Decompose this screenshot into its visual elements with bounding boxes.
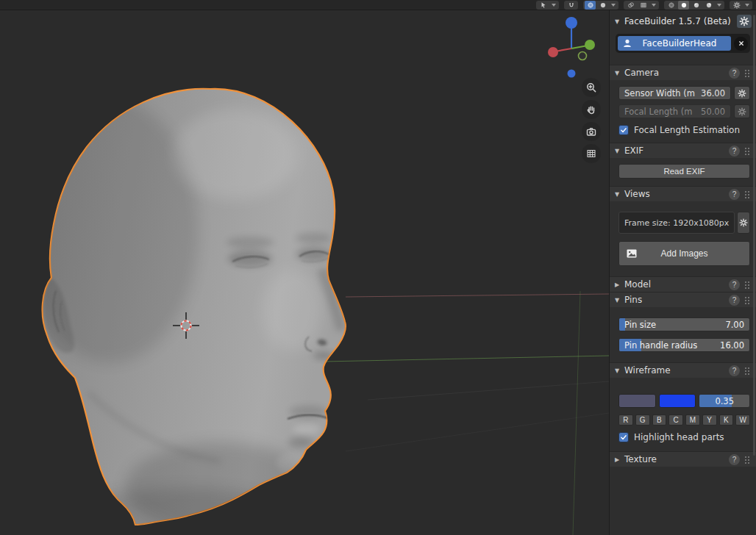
- preset-b-button[interactable]: B: [652, 414, 667, 426]
- proportional-group[interactable]: [583, 1, 618, 10]
- focal-length-value: 50.00: [701, 107, 725, 117]
- ortho-toggle-button[interactable]: [582, 144, 601, 163]
- grip-icon[interactable]: [745, 456, 750, 464]
- help-icon[interactable]: ?: [729, 295, 740, 306]
- shading-wireframe-icon[interactable]: [666, 1, 677, 10]
- grip-icon[interactable]: [745, 69, 750, 77]
- sidebar-scrollbar[interactable]: [753, 15, 755, 456]
- exif-section-header[interactable]: ▼ EXIF ?: [610, 143, 756, 158]
- camera-section-header[interactable]: ▼ Camera ?: [610, 65, 756, 80]
- frame-size-box: Frame size: 1920x1080px: [618, 212, 735, 234]
- options-gear-icon[interactable]: [731, 1, 742, 10]
- viewport-header: [0, 0, 756, 10]
- sensor-width-button[interactable]: Sensor Width (m 36.00: [618, 86, 731, 100]
- head-model[interactable]: [22, 89, 346, 535]
- help-icon[interactable]: ?: [729, 146, 740, 157]
- sensor-settings-button[interactable]: [734, 86, 750, 100]
- preset-w-button[interactable]: W: [735, 414, 750, 426]
- focal-settings-button[interactable]: [734, 104, 750, 118]
- pin-size-value: 7.00: [725, 320, 744, 330]
- panel-title: FaceBuilder 1.5.7 (Beta): [624, 16, 731, 26]
- overlays-icon[interactable]: [625, 1, 636, 10]
- falloff-icon[interactable]: [597, 1, 608, 10]
- model-section-header[interactable]: ▶ Model ?: [610, 276, 756, 292]
- pin-size-slider[interactable]: Pin size 7.00: [618, 317, 750, 331]
- help-icon[interactable]: ?: [729, 68, 740, 79]
- snap-group[interactable]: [564, 1, 578, 10]
- highlight-head-label: Highlight head parts: [634, 432, 724, 442]
- gizmo-y-negative[interactable]: [579, 52, 587, 60]
- help-icon[interactable]: ?: [729, 189, 740, 200]
- wireframe-color2-swatch[interactable]: [659, 394, 696, 408]
- navigation-gizmo[interactable]: [543, 12, 602, 85]
- pins-section-header[interactable]: ▼ Pins ?: [610, 292, 756, 307]
- grip-icon[interactable]: [745, 296, 750, 304]
- wireframe-section-body: 0.35 R G B C M Y K W Highlight head part…: [610, 378, 756, 451]
- zoom-button[interactable]: [582, 78, 601, 97]
- preset-g-button[interactable]: G: [635, 414, 650, 426]
- exif-section-body: Read EXIF: [610, 158, 756, 186]
- sensor-width-label: Sensor Width (m: [624, 88, 695, 98]
- highlight-head-checkbox[interactable]: [618, 432, 629, 442]
- chevron-down-icon: [717, 4, 721, 7]
- pin-handle-radius-slider[interactable]: Pin handle radius 16.00: [618, 338, 750, 352]
- snap-magnet-icon[interactable]: [566, 1, 577, 10]
- help-icon[interactable]: ?: [729, 365, 740, 376]
- gizmo-z-axis[interactable]: [566, 17, 577, 29]
- help-icon[interactable]: ?: [729, 279, 740, 290]
- grip-icon[interactable]: [745, 190, 750, 198]
- collapse-caret-icon: ▼: [615, 367, 622, 374]
- grip-icon[interactable]: [745, 281, 750, 289]
- preset-m-button[interactable]: M: [685, 414, 700, 426]
- gizmo-y-axis[interactable]: [585, 40, 595, 50]
- highlight-head-row: Highlight head parts: [618, 432, 750, 442]
- addon-settings-button[interactable]: [737, 15, 752, 28]
- collapse-caret-icon: ▼: [615, 70, 622, 76]
- add-images-button[interactable]: Add Images: [618, 241, 750, 266]
- read-exif-button[interactable]: Read EXIF: [618, 164, 750, 179]
- sensor-width-row: Sensor Width (m 36.00: [618, 86, 750, 100]
- head-name-value: FaceBuilderHead: [632, 38, 727, 49]
- head-selector-row: FaceBuilderHead: [616, 34, 750, 53]
- viewport-canvas[interactable]: [0, 10, 609, 535]
- shading-options-group[interactable]: [730, 1, 752, 10]
- grip-icon[interactable]: [745, 367, 750, 375]
- focal-length-button[interactable]: Focal Length (m 50.00: [618, 104, 731, 118]
- gizmo-x-axis[interactable]: [548, 47, 558, 57]
- pan-hand-button[interactable]: [582, 100, 601, 119]
- focal-estimation-checkbox[interactable]: [618, 125, 629, 135]
- proportional-editing-icon[interactable]: [585, 1, 596, 10]
- frame-settings-button[interactable]: [737, 212, 750, 234]
- collapse-caret-icon: ▼: [615, 148, 622, 154]
- 3d-viewport[interactable]: [0, 10, 609, 535]
- preset-c-button[interactable]: C: [668, 414, 683, 426]
- collapse-caret-icon: ▼: [615, 18, 622, 25]
- camera-section-body: Sensor Width (m 36.00 Focal Length (m 50…: [610, 80, 756, 143]
- gizmo-z-negative[interactable]: [568, 70, 576, 78]
- collapse-caret-icon: ▶: [615, 281, 622, 288]
- preset-y-button[interactable]: Y: [702, 414, 717, 426]
- clear-head-button[interactable]: [734, 37, 748, 51]
- shading-solid-icon[interactable]: [678, 1, 689, 10]
- tool-select-group[interactable]: [536, 1, 559, 10]
- facebuilder-panel-header[interactable]: ▼ FaceBuilder 1.5.7 (Beta): [610, 13, 756, 29]
- select-tool-icon[interactable]: [538, 1, 549, 10]
- wireframe-opacity-slider[interactable]: 0.35: [699, 394, 750, 408]
- views-section-header[interactable]: ▼ Views ?: [610, 186, 756, 201]
- wireframe-color1-swatch[interactable]: [618, 394, 656, 408]
- shading-material-icon[interactable]: [691, 1, 702, 10]
- shading-rendered-icon[interactable]: [703, 1, 714, 10]
- gizmo-toggle-icon[interactable]: [638, 1, 649, 10]
- shading-modes-group[interactable]: [664, 1, 724, 10]
- texture-section-header[interactable]: ▶ Texture ?: [610, 451, 756, 467]
- head-name-field[interactable]: FaceBuilderHead: [618, 36, 731, 51]
- camera-view-button[interactable]: [582, 122, 601, 141]
- overlays-group[interactable]: [624, 1, 659, 10]
- wireframe-section-header[interactable]: ▼ Wireframe ?: [610, 362, 756, 378]
- views-section-body: Frame size: 1920x1080px Add Images: [610, 201, 756, 276]
- preset-k-button[interactable]: K: [719, 414, 734, 426]
- add-images-label: Add Images: [660, 248, 707, 259]
- preset-r-button[interactable]: R: [618, 414, 633, 426]
- grip-icon[interactable]: [745, 147, 750, 155]
- help-icon[interactable]: ?: [729, 454, 740, 465]
